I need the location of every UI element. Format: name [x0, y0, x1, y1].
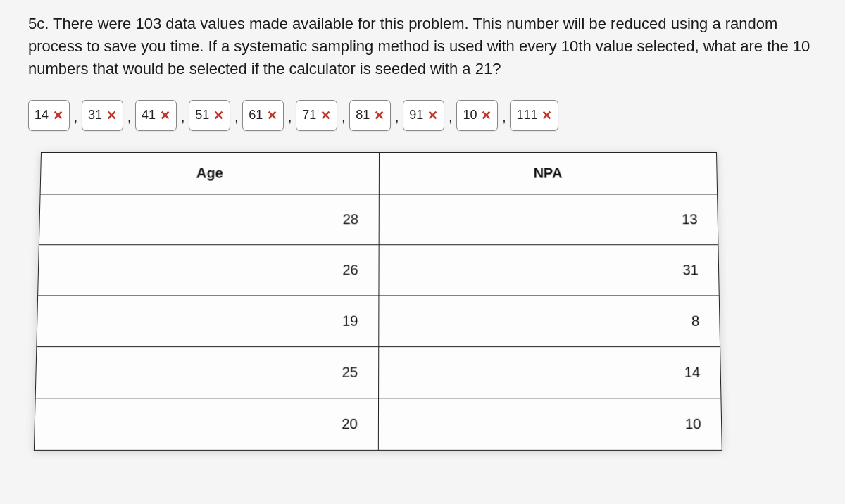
incorrect-x-icon: ✕	[481, 108, 492, 123]
cell-npa: 10	[378, 398, 722, 450]
cell-age: 19	[37, 296, 379, 347]
answer-box[interactable]: 31 ✕	[82, 100, 123, 131]
incorrect-x-icon: ✕	[106, 108, 117, 123]
incorrect-x-icon: ✕	[374, 108, 384, 123]
separator: ,	[449, 111, 452, 131]
separator: ,	[234, 111, 238, 131]
separator: ,	[181, 111, 184, 131]
cell-npa: 14	[378, 346, 721, 398]
answer-value: 14	[35, 108, 49, 122]
answer-box[interactable]: 81 ✕	[349, 100, 391, 131]
answer-row: 14 ✕ , 31 ✕ , 41 ✕ , 51 ✕ , 61 ✕ , 71 ✕ …	[28, 100, 817, 131]
data-table: Age NPA 28 13 26 31 19 8 25	[34, 152, 722, 451]
table-row: 25 14	[35, 346, 721, 398]
cell-npa: 31	[378, 244, 719, 295]
separator: ,	[74, 111, 77, 131]
incorrect-x-icon: ✕	[267, 108, 277, 123]
answer-value: 81	[356, 108, 370, 122]
answer-box[interactable]: 14 ✕	[28, 100, 70, 131]
answer-box[interactable]: 111 ✕	[510, 100, 558, 131]
cell-npa: 8	[378, 296, 720, 347]
answer-value: 71	[302, 108, 316, 122]
answer-value: 91	[409, 108, 423, 122]
table-row: 19 8	[37, 296, 720, 347]
answer-value: 111	[516, 108, 537, 122]
cell-npa: 13	[379, 194, 718, 245]
table-row: 26 31	[38, 244, 720, 295]
answer-box[interactable]: 10 ✕	[456, 100, 498, 131]
cell-age: 26	[38, 244, 379, 295]
table-row: 28 13	[39, 194, 718, 245]
separator: ,	[288, 111, 292, 131]
col-header-age: Age	[40, 152, 379, 194]
answer-value: 51	[195, 108, 209, 122]
incorrect-x-icon: ✕	[542, 108, 552, 123]
cell-age: 25	[35, 346, 378, 398]
separator: ,	[395, 111, 399, 131]
answer-box[interactable]: 41 ✕	[135, 100, 177, 131]
answer-value: 61	[249, 108, 263, 122]
table-row: 20 10	[34, 398, 722, 450]
question-text: 5c. There were 103 data values made avai…	[28, 13, 817, 80]
incorrect-x-icon: ✕	[160, 108, 170, 123]
answer-box[interactable]: 61 ✕	[242, 100, 284, 131]
incorrect-x-icon: ✕	[53, 108, 63, 123]
answer-box[interactable]: 91 ✕	[403, 100, 444, 131]
answer-box[interactable]: 51 ✕	[189, 100, 230, 131]
incorrect-x-icon: ✕	[427, 108, 438, 123]
answer-value: 31	[88, 108, 102, 122]
separator: ,	[502, 111, 506, 131]
answer-box[interactable]: 71 ✕	[296, 100, 337, 131]
cell-age: 20	[34, 398, 378, 450]
separator: ,	[342, 111, 345, 131]
answer-value: 10	[463, 108, 477, 122]
cell-age: 28	[39, 194, 378, 245]
separator: ,	[127, 111, 131, 131]
answer-value: 41	[142, 108, 156, 122]
incorrect-x-icon: ✕	[320, 108, 331, 123]
col-header-npa: NPA	[379, 152, 718, 194]
incorrect-x-icon: ✕	[213, 108, 224, 123]
